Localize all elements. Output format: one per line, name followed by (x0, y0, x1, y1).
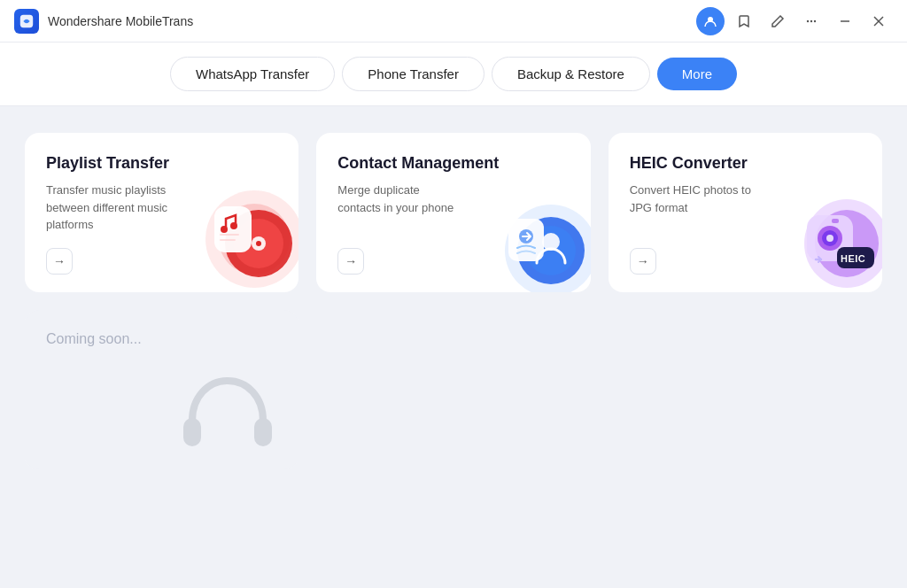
svg-point-30 (826, 235, 833, 242)
svg-point-15 (221, 226, 228, 233)
nav-whatsapp[interactable]: WhatsApp Transfer (170, 57, 335, 91)
svg-rect-34 (183, 418, 201, 446)
svg-point-3 (810, 19, 812, 21)
navbar: WhatsApp Transfer Phone Transfer Backup … (0, 43, 907, 106)
bookmark-button[interactable] (730, 7, 758, 35)
app-icon (14, 9, 39, 34)
svg-point-4 (814, 19, 816, 21)
svg-point-13 (256, 241, 261, 246)
contact-arrow[interactable]: → (337, 248, 364, 275)
coming-soon-label: Coming soon... (46, 331, 277, 347)
nav-backup[interactable]: Backup & Restore (492, 57, 650, 91)
cards-grid: Playlist Transfer Transfer music playlis… (25, 133, 882, 292)
contact-illustration (471, 173, 591, 292)
coming-soon-card: Coming soon... (25, 310, 298, 469)
avatar-button[interactable] (696, 7, 725, 35)
playlist-desc: Transfer music playlists between differe… (46, 182, 170, 234)
contact-card[interactable]: Contact Management Merge duplicate conta… (316, 133, 590, 292)
minimize-button[interactable] (831, 7, 859, 35)
app-title: Wondershare MobileTrans (48, 14, 193, 28)
svg-text:HEIC: HEIC (841, 253, 865, 264)
svg-rect-14 (214, 206, 252, 252)
heic-desc: Convert HEIC photos to JPG format (630, 182, 754, 216)
close-button[interactable] (864, 7, 893, 35)
contact-title: Contact Management (337, 154, 569, 173)
headphone-icon (174, 372, 281, 460)
svg-rect-31 (832, 219, 839, 223)
edit-button[interactable] (764, 7, 792, 35)
nav-phone[interactable]: Phone Transfer (342, 57, 485, 91)
svg-rect-35 (254, 418, 272, 446)
titlebar-controls (696, 7, 893, 35)
playlist-illustration (170, 164, 298, 292)
titlebar-left: Wondershare MobileTrans (14, 9, 193, 34)
contact-desc: Merge duplicate contacts in your phone (337, 182, 461, 216)
heic-arrow[interactable]: → (630, 248, 656, 275)
svg-point-16 (230, 222, 237, 229)
nav-more[interactable]: More (657, 58, 737, 90)
svg-point-2 (807, 19, 809, 21)
playlist-card[interactable]: Playlist Transfer Transfer music playlis… (25, 133, 298, 292)
heic-title: HEIC Converter (630, 154, 861, 173)
heic-illustration: HEIC (763, 182, 882, 292)
heic-card[interactable]: HEIC Converter Convert HEIC photos to JP… (609, 133, 882, 292)
playlist-arrow[interactable]: → (46, 248, 73, 275)
titlebar: Wondershare MobileTrans (0, 0, 907, 43)
coming-soon-row: Coming soon... (25, 310, 882, 469)
menu-button[interactable] (797, 7, 826, 35)
main-content: Playlist Transfer Transfer music playlis… (0, 106, 907, 588)
